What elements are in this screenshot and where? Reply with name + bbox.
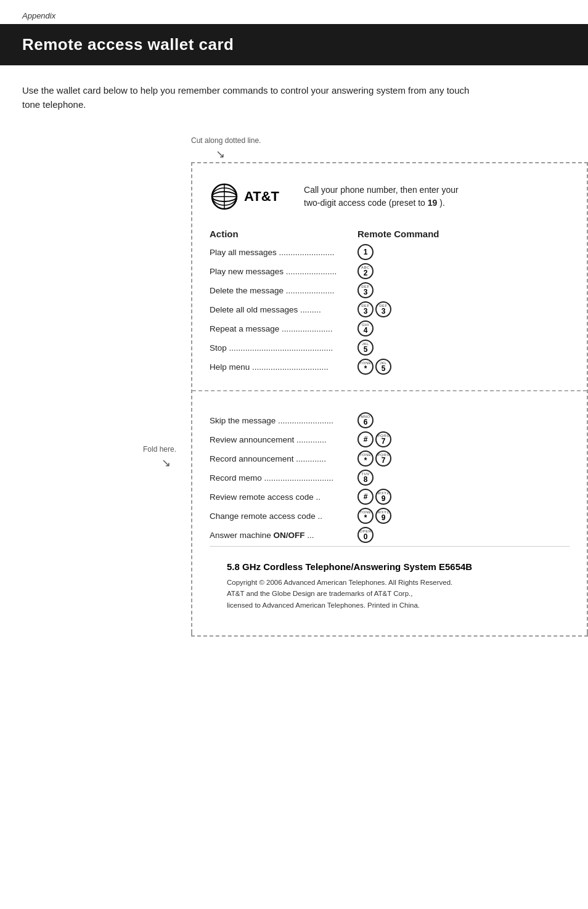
fold-label-text: Fold here. xyxy=(143,445,176,454)
access-close: ). xyxy=(439,198,445,208)
key-3a: DEF3 xyxy=(357,301,374,317)
command-label: Help menu ..............................… xyxy=(210,362,357,372)
key-9b: WXYZ9 xyxy=(375,508,391,524)
command-label: Play all messages ......................… xyxy=(210,248,357,257)
key-star1: TONE* xyxy=(357,359,374,375)
page-header: Remote access wallet card xyxy=(0,24,588,65)
fold-arrow-icon: ↘ xyxy=(161,456,171,470)
command-keys: JKL5 xyxy=(357,340,374,356)
key-7b: PQRS7 xyxy=(375,450,391,467)
commands-section-top: Action Remote Command Play all messages … xyxy=(210,229,570,375)
command-label: Change remote access code .. xyxy=(210,512,357,521)
command-row-6: Stop ...................................… xyxy=(210,340,570,356)
key-4: GHI4 xyxy=(357,320,374,336)
footer-section: 5.8 GHz Cordless Telephone/Answering Sys… xyxy=(210,546,570,621)
command-label: Delete all old messages ......... xyxy=(210,305,357,314)
card-top-section: AT&T Call your phone number, then enter … xyxy=(192,163,587,391)
command-row-8: Skip the message .......................… xyxy=(210,412,570,428)
command-row-10: Record announcement ............. TONE* … xyxy=(210,450,570,467)
command-keys: # WXYZ9 xyxy=(357,489,391,505)
key-hash1: # xyxy=(357,431,374,447)
command-row-1: Play all messages ......................… xyxy=(210,244,570,260)
command-row-7: Help menu ..............................… xyxy=(210,359,570,375)
footer-copyright: Copyright © 2006 Advanced American Telep… xyxy=(227,577,552,611)
command-keys: OPER0 xyxy=(357,527,374,543)
key-9a: WXYZ9 xyxy=(375,489,391,505)
att-globe-icon xyxy=(210,182,239,211)
command-label: Skip the message .......................… xyxy=(210,416,357,425)
intro-text: Use the wallet card below to help you re… xyxy=(0,84,505,136)
command-label: Review remote access code .. xyxy=(210,492,357,502)
command-keys: # PQRS7 xyxy=(357,431,391,447)
card-bottom-section: Skip the message .......................… xyxy=(192,391,587,633)
card-area: Fold here. ↘ AT&T Call your phone number… xyxy=(191,162,588,633)
commands-header: Action Remote Command xyxy=(210,229,570,239)
key-3: DEF3 xyxy=(357,282,374,298)
key-5b: JKL5 xyxy=(375,359,391,375)
key-1: 1 xyxy=(357,244,374,260)
command-row-2: Play new messages ......................… xyxy=(210,263,570,279)
key-6: MNO6 xyxy=(357,412,374,428)
cut-arrow: ↘ xyxy=(0,147,588,161)
footer-title: 5.8 GHz Cordless Telephone/Answering Sys… xyxy=(227,561,552,572)
command-label: Answer machine ON/OFF ... xyxy=(210,531,357,540)
command-label: Delete the message ..................... xyxy=(210,286,357,295)
card-brand-row: AT&T Call your phone number, then enter … xyxy=(210,182,570,211)
command-label: Record memo ............................… xyxy=(210,473,357,483)
command-keys: MNO6 xyxy=(357,412,374,428)
key-3b: DEF3 xyxy=(375,301,391,317)
key-0: OPER0 xyxy=(357,527,374,543)
command-keys: TONE* WXYZ9 xyxy=(357,508,391,524)
col-action-header: Action xyxy=(210,229,357,239)
command-row-13: Change remote access code .. TONE* WXYZ9 xyxy=(210,508,570,524)
command-keys: TONE* PQRS7 xyxy=(357,450,391,467)
command-keys: ABC2 xyxy=(357,263,374,279)
card-bottom-border xyxy=(191,633,588,637)
command-row-14: Answer machine ON/OFF ... OPER0 xyxy=(210,527,570,543)
command-row-9: Review announcement ............. # PQRS… xyxy=(210,431,570,447)
access-code: 19 xyxy=(428,198,438,208)
key-8: TUV8 xyxy=(357,470,374,486)
command-row-4: Delete all old messages ......... DEF3 D… xyxy=(210,301,570,317)
command-label: Repeat a message ...................... xyxy=(210,324,357,333)
command-label: Stop ...................................… xyxy=(210,343,357,353)
access-code-text: Call your phone number, then enter your … xyxy=(304,184,464,210)
key-star2: TONE* xyxy=(357,450,374,467)
command-label: Play new messages ...................... xyxy=(210,267,357,276)
command-row-12: Review remote access code .. # WXYZ9 xyxy=(210,489,570,505)
command-keys: TUV8 xyxy=(357,470,374,486)
key-7a: PQRS7 xyxy=(375,431,391,447)
command-keys: 1 xyxy=(357,244,374,260)
page-title: Remote access wallet card xyxy=(22,35,566,54)
command-keys: TONE* JKL5 xyxy=(357,359,391,375)
key-star3: TONE* xyxy=(357,508,374,524)
col-command-header: Remote Command xyxy=(357,229,439,239)
key-hash2: # xyxy=(357,489,374,505)
command-label: Record announcement ............. xyxy=(210,454,357,463)
appendix-label: Appendix xyxy=(0,0,588,24)
command-keys: DEF3 xyxy=(357,282,374,298)
key-2: ABC2 xyxy=(357,263,374,279)
command-keys: DEF3 DEF3 xyxy=(357,301,391,317)
key-5: JKL5 xyxy=(357,340,374,356)
command-keys: GHI4 xyxy=(357,320,374,336)
command-label: Review announcement ............. xyxy=(210,435,357,444)
att-logo: AT&T xyxy=(210,182,279,211)
att-brand-name: AT&T xyxy=(244,189,279,205)
commands-section-bottom: Skip the message .......................… xyxy=(210,412,570,543)
cut-label: Cut along dotted line. xyxy=(0,136,588,145)
command-row-5: Repeat a message ...................... … xyxy=(210,320,570,336)
command-row-3: Delete the message .....................… xyxy=(210,282,570,298)
command-row-11: Record memo ............................… xyxy=(210,470,570,486)
